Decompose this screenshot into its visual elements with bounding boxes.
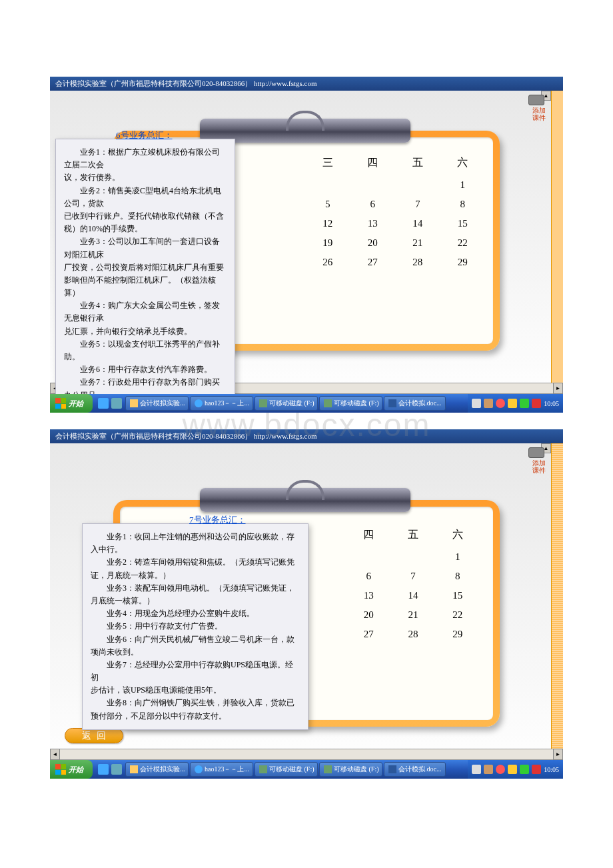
ime-icon[interactable] (472, 765, 481, 774)
taskbar-item[interactable]: 会计模拟实验... (125, 762, 189, 777)
sound-icon[interactable] (508, 765, 517, 774)
shield-icon[interactable] (532, 399, 541, 408)
folder-icon (130, 765, 138, 773)
ie-icon[interactable] (98, 398, 109, 409)
calendar-cell[interactable] (350, 178, 396, 192)
calendar-cell[interactable]: 22 (440, 236, 486, 250)
camera-icon[interactable] (528, 95, 544, 105)
biz-item: 业务5：以现金支付职工张秀平的产假补助。 (64, 338, 227, 363)
calendar-cell[interactable] (391, 550, 436, 564)
return-button[interactable]: 返回 (65, 728, 123, 743)
calendar-cell[interactable] (395, 178, 440, 192)
calendar-cell[interactable]: 26 (305, 255, 350, 269)
calendar-cell[interactable]: 28 (391, 627, 436, 641)
quick-launch (95, 398, 125, 409)
calendar-header[interactable]: 三 (305, 153, 350, 173)
clock[interactable]: 10:05 (544, 766, 559, 773)
calendar-cell[interactable]: 12 (305, 217, 350, 231)
calendar-cell[interactable]: 7 (391, 569, 436, 583)
calendar-header[interactable]: 四 (350, 153, 396, 173)
calendar-row: 13 14 15 (346, 589, 480, 603)
calendar-cell[interactable]: 29 (440, 255, 486, 269)
folder-icon (130, 399, 138, 407)
calendar-cell[interactable]: 27 (346, 627, 391, 641)
calendar-cell[interactable]: 21 (391, 608, 436, 622)
calendar-cell[interactable]: 21 (395, 236, 440, 250)
calendar-header[interactable]: 五 (395, 153, 440, 173)
calendar-cell[interactable]: 5 (305, 197, 350, 211)
taskbar-item[interactable]: 可移动磁盘 (F:) (255, 762, 318, 777)
taskbar-item[interactable]: 会计模拟实验... (125, 396, 189, 411)
taskbar-item[interactable]: hao123－－上... (190, 396, 253, 411)
calendar-cell[interactable]: 14 (395, 217, 440, 231)
scroll-track[interactable] (60, 749, 553, 760)
drive-icon (259, 399, 267, 407)
sound-icon[interactable] (508, 399, 517, 408)
ie-icon (195, 765, 203, 773)
taskbar-item[interactable]: 可移动磁盘 (F:) (319, 396, 382, 411)
clock[interactable]: 10:05 (544, 400, 559, 407)
calendar-cell[interactable]: 29 (435, 627, 480, 641)
biz-item: 业务1：根据广东立竣机床股份有限公司立届二次会 (64, 146, 227, 171)
camera-icon[interactable] (528, 447, 544, 458)
taskbar-item[interactable]: 会计模拟.doc... (384, 762, 446, 777)
calendar-cell[interactable]: 19 (305, 236, 350, 250)
taskbar-item[interactable]: 可移动磁盘 (F:) (255, 396, 318, 411)
calendar-header[interactable]: 六 (435, 525, 480, 545)
title-url[interactable]: http://www.fstgs.com (254, 79, 317, 87)
network-icon[interactable] (520, 399, 529, 408)
calendar-row: 6 7 8 (346, 569, 480, 583)
calendar-cell[interactable]: 7 (395, 197, 440, 211)
pen-icon[interactable] (484, 399, 493, 408)
ie-icon[interactable] (98, 764, 109, 775)
calendar-cell[interactable]: 20 (346, 608, 391, 622)
calendar-cell[interactable]: 6 (346, 569, 391, 583)
scroll-left-button[interactable]: ◄ (50, 749, 60, 760)
calendar-row: 19 20 21 22 (305, 236, 485, 250)
calendar-row: 1 (346, 550, 480, 564)
calendar-cell[interactable]: 14 (391, 589, 436, 603)
calendar-cell[interactable]: 8 (440, 197, 486, 211)
calendar-cell[interactable]: 15 (440, 217, 486, 231)
calendar-cell[interactable] (305, 178, 350, 192)
title-url[interactable]: http://www.fstgs.com (254, 432, 317, 440)
right-ornament (551, 91, 563, 383)
calendar-cell[interactable]: 28 (395, 255, 440, 269)
calendar-header[interactable]: 五 (391, 525, 436, 545)
calendar-cell[interactable]: 22 (435, 608, 480, 622)
deske-icon[interactable] (111, 398, 122, 409)
calendar-cell[interactable]: 27 (350, 255, 396, 269)
qq-icon[interactable] (496, 765, 505, 774)
biz-item-cont: 议，发行债券。 (64, 171, 227, 184)
calendar-cell[interactable]: 20 (350, 236, 396, 250)
ime-icon[interactable] (472, 399, 481, 408)
calendar: 四 五 六 1 6 7 8 (346, 520, 480, 647)
biz-item-cont: 入中行。 (91, 543, 300, 556)
biz-item: 业务2：铸造车间领用铝锭和焦碳。（无须填写记账凭 (91, 556, 300, 569)
start-button[interactable]: 开始 (50, 394, 93, 413)
pen-icon[interactable] (484, 765, 493, 774)
calendar-header[interactable]: 四 (346, 525, 391, 545)
horizontal-scrollbar[interactable]: ◄ ► (50, 749, 563, 760)
calendar-cell[interactable] (346, 550, 391, 564)
scroll-right-button[interactable]: ► (553, 749, 563, 760)
calendar-cell[interactable]: 6 (350, 197, 396, 211)
desk-icon[interactable] (111, 764, 122, 775)
summary-title[interactable]: 7号业务总汇： (189, 513, 246, 527)
summary-title[interactable]: 6号业务总汇： (116, 129, 173, 143)
calendar-cell[interactable]: 1 (440, 178, 486, 192)
calendar-cell[interactable]: 1 (435, 550, 480, 564)
qq-icon[interactable] (496, 399, 505, 408)
calendar-cell[interactable]: 13 (346, 589, 391, 603)
calendar-cell[interactable]: 15 (435, 589, 480, 603)
calendar-header[interactable]: 六 (440, 153, 486, 173)
calendar-cell[interactable]: 8 (435, 569, 480, 583)
taskbar-item[interactable]: 会计模拟.doc... (384, 396, 446, 411)
calendar-cell[interactable]: 13 (350, 217, 396, 231)
taskbar-item[interactable]: hao123－－上... (190, 762, 253, 777)
taskbar-item[interactable]: 可移动磁盘 (F:) (319, 762, 382, 777)
scroll-right-button[interactable]: ► (553, 383, 563, 394)
start-button[interactable]: 开始 (50, 760, 93, 779)
network-icon[interactable] (520, 765, 529, 774)
shield-icon[interactable] (532, 765, 541, 774)
